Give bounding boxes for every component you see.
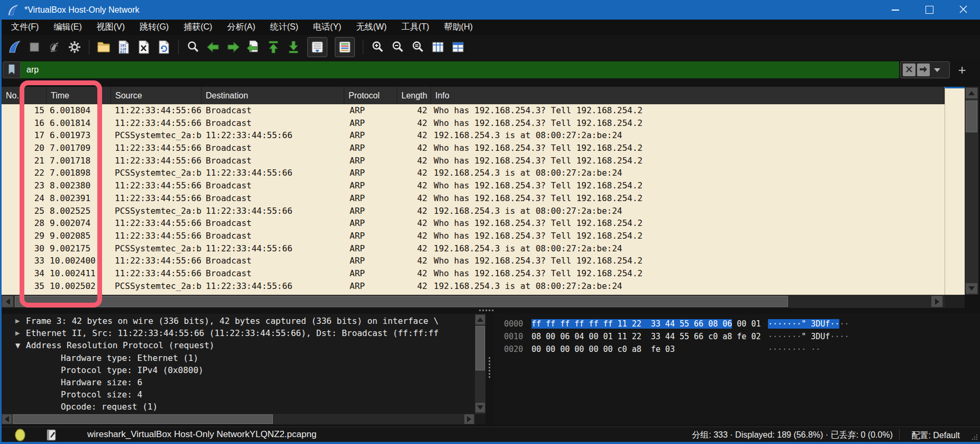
detail-tree-row[interactable]: ▶Ethernet II, Src: 11:22:33:44:55:66 (11… <box>2 327 475 339</box>
maximize-button[interactable] <box>912 0 946 20</box>
packet-list-vscrollbar[interactable] <box>965 87 978 295</box>
collapsed-arrow-icon[interactable]: ▶ <box>15 330 26 337</box>
hscroll-thumb[interactable] <box>13 414 273 424</box>
detail-tree-row[interactable]: Protocol size: 4 <box>2 388 475 401</box>
display-filter-input[interactable]: arp <box>21 61 899 78</box>
menu-item-tools[interactable]: 工具(T) <box>394 20 436 34</box>
cell-time: 6.001804 <box>47 104 111 117</box>
detail-tree-row[interactable]: ▼Address Resolution Protocol (request) <box>2 339 475 351</box>
packet-row[interactable]: 289.00207411:22:33:44:55:66BroadcastARP4… <box>2 217 945 230</box>
packet-row[interactable]: 227.001898PCSSystemtec_2a:b…11:22:33:44:… <box>2 167 945 179</box>
capture-stop-button[interactable] <box>25 38 44 57</box>
reload-file-button[interactable] <box>154 38 173 57</box>
packet-row[interactable]: 248.00239111:22:33:44:55:66BroadcastARP4… <box>2 192 945 205</box>
colorize-button[interactable] <box>335 37 355 57</box>
column-header-protocol[interactable]: Protocol <box>344 87 397 104</box>
go-last-button[interactable] <box>284 38 303 57</box>
reset-layout-button[interactable] <box>448 38 468 57</box>
scroll-left-button[interactable] <box>2 414 12 424</box>
detail-tree-row[interactable]: Hardware size: 6 <box>2 376 475 388</box>
column-header-source[interactable]: Source <box>111 87 202 104</box>
vertical-splitter[interactable] <box>486 314 494 424</box>
packet-row[interactable]: 3310.00240011:22:33:44:55:66BroadcastARP… <box>2 255 945 267</box>
packet-statistics: 分组: 333 · Displayed: 189 (56.8%) · 已丢弃: … <box>692 430 893 441</box>
column-header-destination[interactable]: Destination <box>202 87 344 104</box>
menu-item-wireless[interactable]: 无线(W) <box>349 20 394 34</box>
capture-restart-button[interactable] <box>45 38 64 57</box>
detail-tree-row[interactable]: Protocol type: IPv4 (0x0800) <box>2 364 475 376</box>
scroll-up-button[interactable] <box>475 315 485 324</box>
open-file-button[interactable] <box>94 38 113 57</box>
detail-hscrollbar[interactable] <box>2 414 475 424</box>
horizontal-splitter-handle[interactable] <box>479 310 493 311</box>
packet-row[interactable]: 3410.00241111:22:33:44:55:66BroadcastARP… <box>2 267 945 280</box>
packet-row[interactable]: 3510.002502PCSSystemtec_2a:b…11:22:33:44… <box>2 280 945 293</box>
minimize-button[interactable] <box>878 0 912 20</box>
packet-row[interactable]: 176.001973PCSSystemtec_2a:b…11:22:33:44:… <box>2 129 945 142</box>
vscroll-thumb[interactable] <box>475 326 485 370</box>
zoom-in-button[interactable] <box>368 38 387 57</box>
packet-list-hscrollbar[interactable] <box>2 295 965 308</box>
go-to-packet-button[interactable] <box>244 38 263 57</box>
column-header-info[interactable]: Info <box>431 87 945 104</box>
menu-item-statistics[interactable]: 统计(S) <box>263 20 306 34</box>
detail-tree-row[interactable]: Opcode: request (1) <box>2 401 475 413</box>
menu-item-file[interactable]: 文件(F) <box>4 20 46 34</box>
zoom-reset-button[interactable] <box>408 38 427 57</box>
packet-row[interactable]: 207.00170911:22:33:44:55:66BroadcastARP4… <box>2 142 945 155</box>
filter-bookmark-button[interactable] <box>3 61 21 78</box>
add-filter-button[interactable]: + <box>954 62 970 78</box>
apply-filter-button[interactable] <box>917 64 930 76</box>
detail-tree-row[interactable]: Hardware type: Ethernet (1) <box>2 352 475 364</box>
expert-info-button[interactable] <box>15 429 25 443</box>
filter-dropdown-button[interactable] <box>931 64 943 76</box>
packet-row[interactable]: 299.00208511:22:33:44:55:66BroadcastARP4… <box>2 230 945 242</box>
hscroll-thumb[interactable] <box>15 296 788 307</box>
scroll-down-button[interactable] <box>475 403 485 412</box>
close-button[interactable] <box>946 0 980 20</box>
capture-start-button[interactable] <box>5 38 24 57</box>
menu-item-view[interactable]: 视图(V) <box>89 20 132 34</box>
packet-row[interactable]: 258.002525PCSSystemtec_2a:b…11:22:33:44:… <box>2 205 945 218</box>
column-header-time[interactable]: Time <box>47 87 111 104</box>
close-file-button[interactable] <box>134 38 153 57</box>
menu-item-analyze[interactable]: 分析(A) <box>219 20 262 34</box>
clear-filter-button[interactable] <box>903 64 915 76</box>
scroll-right-button[interactable] <box>931 296 942 307</box>
find-packet-button[interactable] <box>184 38 203 57</box>
capture-comment-button[interactable] <box>46 429 57 443</box>
hex-row[interactable]: 002000 00 00 00 00 00 c0 a8 fe 03·······… <box>494 343 980 356</box>
packet-row[interactable]: 156.00180411:22:33:44:55:66BroadcastARP4… <box>2 104 945 117</box>
detail-tree-row[interactable]: ▶Frame 3: 42 bytes on wire (336 bits), 4… <box>2 315 475 327</box>
detail-vscrollbar[interactable] <box>475 314 486 414</box>
vscroll-thumb[interactable] <box>966 101 977 132</box>
capture-options-button[interactable] <box>65 38 84 57</box>
go-back-button[interactable] <box>204 38 223 57</box>
scroll-up-button[interactable] <box>966 88 977 98</box>
expanded-arrow-icon[interactable]: ▼ <box>15 342 26 349</box>
resize-columns-button[interactable] <box>428 38 447 57</box>
auto-scroll-button[interactable] <box>307 37 327 57</box>
packet-row[interactable]: 309.002175PCSSystemtec_2a:b…11:22:33:44:… <box>2 242 945 255</box>
save-file-button[interactable]: 101110011 <box>114 38 133 57</box>
scroll-down-button[interactable] <box>966 283 977 294</box>
menu-item-capture[interactable]: 捕获(C) <box>176 20 219 34</box>
packet-row[interactable]: 166.00181411:22:33:44:55:66BroadcastARP4… <box>2 117 945 130</box>
column-header-length[interactable]: Length <box>397 87 431 104</box>
packet-row[interactable]: 217.00171811:22:33:44:55:66BroadcastARP4… <box>2 155 945 167</box>
menu-item-telephony[interactable]: 电话(Y) <box>306 20 349 34</box>
collapsed-arrow-icon[interactable]: ▶ <box>15 318 26 324</box>
column-header-no[interactable]: No. <box>2 87 47 104</box>
scroll-right-button[interactable] <box>464 414 474 424</box>
go-forward-button[interactable] <box>224 38 243 57</box>
profile-selector[interactable]: 配置: Default <box>908 430 963 442</box>
zoom-out-button[interactable] <box>388 38 407 57</box>
hex-row[interactable]: 0000ff ff ff ff ff ff 11 22 33 44 55 66 … <box>494 318 980 330</box>
hex-row[interactable]: 001008 00 06 04 00 01 11 22 33 44 55 66 … <box>494 330 980 343</box>
packet-row[interactable]: 238.00238011:22:33:44:55:66BroadcastARP4… <box>2 179 945 192</box>
menu-item-go[interactable]: 跳转(G) <box>132 20 176 34</box>
go-first-button[interactable] <box>264 38 283 57</box>
menu-item-edit[interactable]: 编辑(E) <box>46 20 89 34</box>
scroll-left-button[interactable] <box>2 296 13 307</box>
menu-item-help[interactable]: 帮助(H) <box>437 20 480 34</box>
